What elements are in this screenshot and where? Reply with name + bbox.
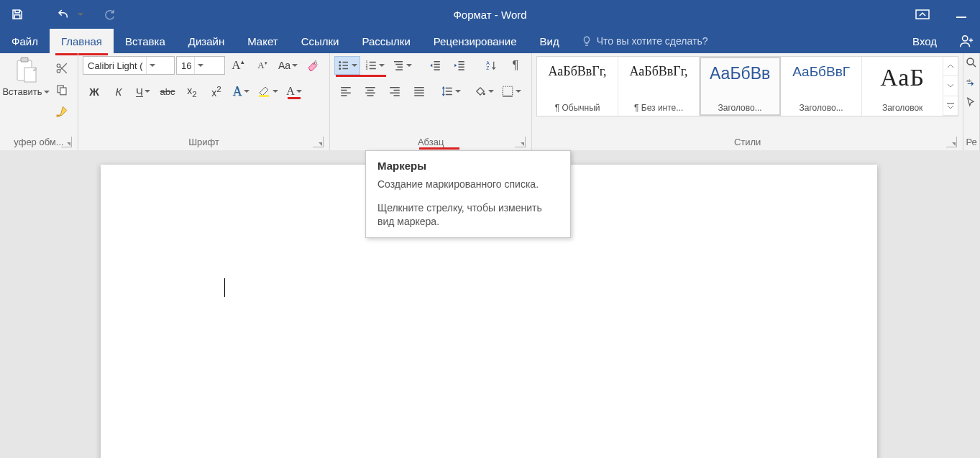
- highlight-button[interactable]: [254, 82, 281, 101]
- align-left-button[interactable]: [334, 82, 357, 101]
- style-normal[interactable]: АаБбВвГг, ¶ Обычный: [537, 57, 618, 116]
- decrease-indent-button[interactable]: [423, 56, 447, 75]
- redo-button[interactable]: [96, 0, 122, 29]
- tell-me-placeholder: Что вы хотите сделать?: [597, 35, 708, 47]
- save-button[interactable]: [4, 0, 30, 29]
- svg-rect-12: [259, 95, 269, 97]
- ribbon-display-options-button[interactable]: [910, 0, 935, 29]
- styles-gallery-more[interactable]: [943, 57, 958, 116]
- styles-dialog-launcher[interactable]: [946, 137, 957, 147]
- italic-button[interactable]: К: [107, 82, 130, 101]
- copy-button[interactable]: [50, 81, 73, 99]
- borders-button[interactable]: [498, 82, 524, 101]
- undo-dropdown[interactable]: [78, 13, 83, 16]
- align-center-button[interactable]: [359, 82, 382, 101]
- line-spacing-button[interactable]: [438, 82, 464, 101]
- styles-gallery[interactable]: АаБбВвГг, ¶ Обычный АаБбВвГг, ¶ Без инте…: [536, 56, 958, 116]
- style-title[interactable]: АаБ Заголовок: [862, 57, 943, 116]
- font-dialog-launcher[interactable]: [313, 137, 324, 147]
- numbering-icon: 123: [365, 59, 377, 72]
- paste-dropdown[interactable]: [44, 91, 50, 93]
- tab-home[interactable]: Главная: [50, 29, 114, 53]
- svg-text:A: A: [486, 60, 490, 65]
- strikethrough-button[interactable]: abc: [156, 82, 179, 101]
- superscript-button[interactable]: x2: [205, 82, 228, 101]
- clear-formatting-button[interactable]: A: [302, 56, 325, 75]
- grow-font-button[interactable]: A▴: [226, 56, 249, 75]
- numbering-button[interactable]: 123: [362, 56, 388, 75]
- clipboard-group-label: уфер обм...: [14, 137, 63, 147]
- tab-references[interactable]: Ссылки: [290, 29, 351, 53]
- text-effects-button[interactable]: A: [229, 82, 252, 101]
- styles-group-label: Стили: [734, 137, 761, 147]
- font-name-dropdown[interactable]: [146, 57, 155, 74]
- change-case-button[interactable]: Aa: [275, 56, 301, 75]
- bold-button[interactable]: Ж: [83, 82, 106, 101]
- redo-icon: [103, 8, 116, 21]
- tab-file[interactable]: Файл: [0, 29, 50, 53]
- annotation-underline-bullets: [336, 75, 386, 77]
- undo-button[interactable]: [50, 0, 76, 29]
- show-marks-button[interactable]: ¶: [504, 56, 527, 75]
- group-font: Calibri Light ( 16 A▴ A▾ Aa A Ж К Ч abc …: [78, 53, 330, 150]
- font-group-label: Шрифт: [188, 137, 219, 147]
- share-account-button[interactable]: [954, 29, 979, 53]
- cut-button[interactable]: [50, 59, 73, 78]
- underline-button[interactable]: Ч: [132, 82, 155, 101]
- justify-button[interactable]: [408, 82, 431, 101]
- format-painter-button[interactable]: [50, 102, 73, 121]
- tab-home-label: Главная: [61, 35, 102, 47]
- subscript-button[interactable]: x2: [180, 82, 203, 101]
- outdent-icon: [429, 59, 441, 72]
- group-paragraph: 123 AZ ¶ Абзац: [330, 53, 532, 150]
- sign-in-button[interactable]: Вход: [905, 35, 944, 47]
- style-preview: АаБбВвГ: [784, 60, 858, 80]
- svg-rect-9: [60, 88, 66, 95]
- titlebar-right: [910, 0, 980, 29]
- style-name: Заголовок: [865, 103, 940, 116]
- style-name: ¶ Без инте...: [621, 103, 696, 116]
- font-size-combo[interactable]: 16: [176, 56, 225, 75]
- title-bar: Формат - Word: [0, 0, 980, 29]
- paste-button[interactable]: Вставить: [4, 56, 47, 97]
- style-preview: АаБ: [865, 60, 940, 91]
- replace-icon[interactable]: ab: [965, 76, 978, 89]
- font-color-button[interactable]: A: [283, 82, 306, 101]
- chevron-up-icon: [948, 64, 953, 68]
- line-spacing-icon: [441, 85, 454, 98]
- more-icon: [947, 103, 954, 109]
- svg-text:ab: ab: [966, 78, 971, 83]
- shrink-font-button[interactable]: A▾: [251, 56, 274, 75]
- find-icon[interactable]: [965, 56, 978, 69]
- minimize-button[interactable]: [948, 0, 974, 29]
- tab-view[interactable]: Вид: [528, 29, 571, 53]
- bullets-icon: [337, 59, 350, 72]
- tab-review[interactable]: Рецензирование: [422, 29, 528, 53]
- increase-indent-button[interactable]: [448, 56, 471, 75]
- tab-mailings[interactable]: Рассылки: [350, 29, 421, 53]
- align-right-button[interactable]: [383, 82, 406, 101]
- copy-icon: [55, 83, 68, 96]
- svg-rect-10: [57, 115, 60, 117]
- change-case-label: Aa: [278, 60, 290, 71]
- tell-me[interactable]: Что вы хотите сделать?: [571, 29, 708, 53]
- font-name-combo[interactable]: Calibri Light (: [83, 56, 175, 75]
- paragraph-dialog-launcher[interactable]: [515, 137, 526, 147]
- style-heading1[interactable]: АаБбВв Заголово...: [700, 57, 781, 116]
- tabbar-right: Вход: [905, 29, 980, 53]
- shading-button[interactable]: [471, 82, 497, 101]
- tab-layout[interactable]: Макет: [236, 29, 289, 53]
- group-clipboard: Вставить уфер обм...: [0, 53, 78, 150]
- justify-icon: [413, 85, 426, 98]
- multilevel-list-button[interactable]: [389, 56, 415, 75]
- clipboard-dialog-launcher[interactable]: [61, 137, 72, 147]
- sort-button[interactable]: AZ: [480, 56, 503, 75]
- tab-design[interactable]: Дизайн: [177, 29, 236, 53]
- font-name-value: Calibri Light (: [88, 60, 143, 71]
- select-icon[interactable]: [965, 96, 978, 109]
- tab-insert[interactable]: Вставка: [114, 29, 177, 53]
- font-size-dropdown[interactable]: [194, 57, 203, 74]
- style-no-spacing[interactable]: АаБбВвГг, ¶ Без инте...: [618, 57, 700, 116]
- style-heading2[interactable]: АаБбВвГ Заголово...: [781, 57, 862, 116]
- bullets-button[interactable]: [334, 56, 360, 75]
